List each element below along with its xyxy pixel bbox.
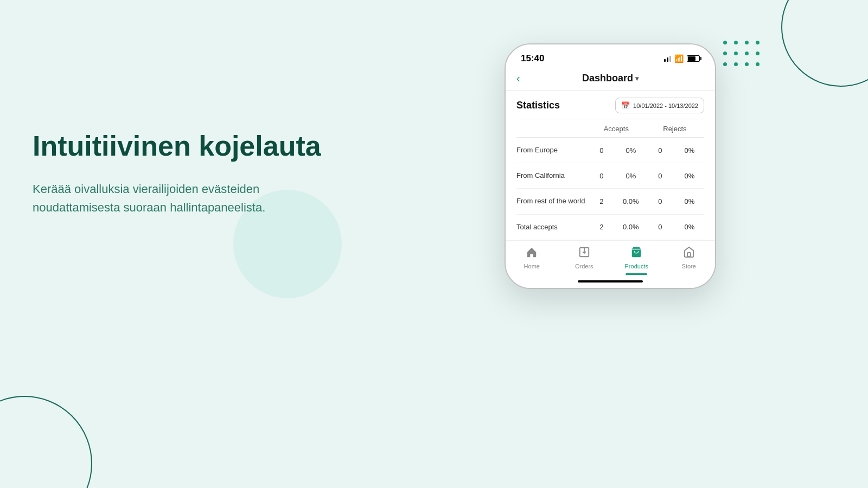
status-time: 15:40: [521, 53, 544, 64]
home-icon: [526, 246, 538, 261]
date-range-button[interactable]: 📅 10/01/2022 - 10/13/2022: [615, 98, 704, 113]
row-values: 2 0.0% 0 0%: [587, 223, 704, 231]
svg-rect-3: [687, 253, 691, 256]
table-row: From rest of the world 2 0.0% 0 0%: [516, 189, 704, 214]
status-icons: 📶: [664, 54, 700, 63]
reject-pct: 0%: [681, 223, 698, 231]
left-section: Intuitiivinen kojelauta Keräää oivalluks…: [33, 130, 347, 217]
row-values: 0 0% 0 0%: [587, 172, 704, 180]
signal-icon: [664, 56, 671, 62]
reject-count: 0: [652, 172, 668, 180]
statistics-title: Statistics: [516, 100, 560, 111]
table-row: From California 0 0% 0 0%: [516, 163, 704, 189]
app-header: ‹ Dashboard ▾: [506, 68, 715, 91]
phone-frame: 15:40 📶 ‹ Dashboard ▾: [505, 43, 716, 289]
products-icon: [630, 246, 642, 261]
nav-item-products[interactable]: Products: [610, 246, 663, 275]
accept-pct: 0.0%: [623, 197, 639, 206]
row-values: 0 0% 0 0%: [587, 146, 704, 155]
status-bar: 15:40 📶: [506, 44, 715, 68]
row-label: From rest of the world: [516, 196, 587, 206]
orders-icon: [578, 246, 590, 261]
header-title-text: Dashboard: [582, 73, 633, 84]
statistics-table: Accepts Rejects From Europe 0 0% 0 0%: [516, 119, 704, 240]
bottom-nav: Home Orders: [506, 240, 715, 277]
row-label: From Europe: [516, 145, 587, 155]
home-indicator: [578, 280, 643, 282]
calendar-icon: 📅: [621, 101, 630, 110]
accept-pct: 0%: [623, 172, 639, 180]
statistics-header: Statistics 📅 10/01/2022 - 10/13/2022: [516, 91, 704, 119]
decorative-circle-top-right: [781, 0, 868, 87]
app-content: Statistics 📅 10/01/2022 - 10/13/2022 Acc…: [506, 91, 715, 240]
date-range-text: 10/01/2022 - 10/13/2022: [633, 102, 698, 109]
nav-item-orders[interactable]: Orders: [558, 246, 611, 269]
table-row: From Europe 0 0% 0 0%: [516, 138, 704, 163]
nav-label-store: Store: [682, 263, 696, 269]
row-label: Total accepts: [516, 222, 587, 232]
main-title: Intuitiivinen kojelauta: [33, 130, 347, 163]
table-header-row: Accepts Rejects: [516, 119, 704, 138]
row-label: From California: [516, 171, 587, 181]
active-indicator: [626, 273, 647, 275]
rejects-header: Rejects: [646, 125, 704, 133]
phone-mockup: 15:40 📶 ‹ Dashboard ▾: [505, 43, 716, 289]
nav-label-orders: Orders: [575, 263, 593, 269]
accept-count: 0: [593, 172, 610, 180]
nav-item-store[interactable]: Store: [663, 246, 716, 269]
accept-pct: 0%: [623, 146, 639, 155]
accept-count: 0: [593, 146, 610, 155]
accept-count: 2: [593, 197, 610, 206]
nav-label-home: Home: [524, 263, 540, 269]
empty-col: [516, 125, 587, 133]
store-icon: [683, 246, 695, 261]
wifi-icon: 📶: [674, 54, 684, 63]
reject-count: 0: [652, 197, 668, 206]
table-row: Total accepts 2 0.0% 0 0%: [516, 215, 704, 240]
nav-label-products: Products: [625, 263, 648, 269]
accept-count: 2: [593, 223, 610, 231]
home-indicator-bar: [506, 277, 715, 288]
decorative-dots: [723, 41, 762, 69]
back-button[interactable]: ‹: [516, 72, 520, 85]
nav-item-home[interactable]: Home: [506, 246, 558, 269]
accepts-header: Accepts: [587, 125, 646, 133]
reject-pct: 0%: [681, 146, 698, 155]
battery-icon: [687, 55, 700, 62]
reject-count: 0: [652, 223, 668, 231]
reject-count: 0: [652, 146, 668, 155]
decorative-circle-bottom-left: [0, 396, 92, 488]
header-title-group: Dashboard ▾: [582, 73, 639, 84]
reject-pct: 0%: [681, 172, 698, 180]
reject-pct: 0%: [681, 197, 698, 206]
sub-text: Keräää oivalluksia vierailijoiden eväste…: [33, 180, 347, 217]
row-values: 2 0.0% 0 0%: [587, 197, 704, 206]
accept-pct: 0.0%: [623, 223, 639, 231]
dropdown-arrow-icon[interactable]: ▾: [635, 75, 639, 82]
